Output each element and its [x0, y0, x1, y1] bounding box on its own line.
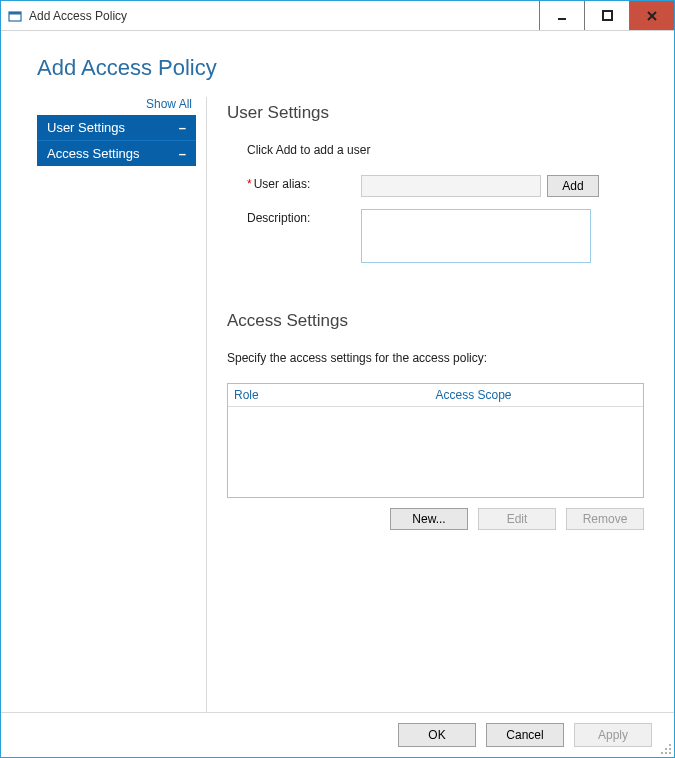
show-all-link[interactable]: Show All — [37, 97, 196, 115]
svg-point-7 — [665, 748, 667, 750]
sidebar-item-label: User Settings — [47, 120, 125, 135]
column-role[interactable]: Role — [234, 388, 436, 402]
access-table-buttons: New... Edit Remove — [227, 508, 644, 530]
table-header: Role Access Scope — [228, 384, 643, 407]
table-body[interactable] — [228, 407, 643, 497]
sidebar: Show All User Settings – Access Settings… — [37, 97, 207, 712]
main-panel: User Settings Click Add to add a user *U… — [207, 97, 674, 712]
svg-rect-3 — [603, 11, 612, 20]
apply-button[interactable]: Apply — [574, 723, 652, 747]
collapse-icon: – — [179, 120, 186, 135]
ok-button[interactable]: OK — [398, 723, 476, 747]
access-settings-table[interactable]: Role Access Scope — [227, 383, 644, 498]
description-input[interactable] — [361, 209, 591, 263]
page-title: Add Access Policy — [1, 31, 674, 97]
window-title: Add Access Policy — [29, 9, 539, 23]
app-icon — [7, 8, 23, 24]
user-alias-input[interactable] — [361, 175, 541, 197]
svg-point-8 — [669, 748, 671, 750]
sidebar-item-access-settings[interactable]: Access Settings – — [37, 141, 196, 166]
dialog-footer: OK Cancel Apply — [1, 712, 674, 757]
maximize-button[interactable] — [584, 1, 629, 30]
svg-point-11 — [669, 752, 671, 754]
svg-rect-1 — [9, 12, 21, 15]
resize-grip-icon[interactable] — [658, 741, 672, 755]
close-button[interactable] — [629, 1, 674, 30]
access-settings-title: Access Settings — [227, 311, 644, 331]
user-alias-label: *User alias: — [247, 175, 361, 191]
column-access-scope[interactable]: Access Scope — [436, 388, 638, 402]
remove-button[interactable]: Remove — [566, 508, 644, 530]
new-button[interactable]: New... — [390, 508, 468, 530]
minimize-button[interactable] — [539, 1, 584, 30]
svg-point-10 — [665, 752, 667, 754]
add-user-button[interactable]: Add — [547, 175, 599, 197]
svg-point-9 — [661, 752, 663, 754]
edit-button[interactable]: Edit — [478, 508, 556, 530]
cancel-button[interactable]: Cancel — [486, 723, 564, 747]
content-area: Add Access Policy Show All User Settings… — [1, 31, 674, 757]
sidebar-item-user-settings[interactable]: User Settings – — [37, 115, 196, 141]
user-settings-instruction: Click Add to add a user — [247, 143, 644, 157]
window-controls — [539, 1, 674, 30]
minimize-icon — [556, 10, 568, 22]
description-label: Description: — [247, 209, 361, 225]
collapse-icon: – — [179, 146, 186, 161]
maximize-icon — [602, 10, 613, 21]
required-indicator: * — [247, 177, 252, 191]
svg-point-6 — [669, 744, 671, 746]
user-alias-row: *User alias: Add — [247, 175, 644, 197]
user-settings-title: User Settings — [227, 103, 644, 123]
close-icon — [646, 10, 658, 22]
dialog-window: Add Access Policy Add Access Policy Show… — [0, 0, 675, 758]
titlebar: Add Access Policy — [1, 1, 674, 31]
access-settings-instruction: Specify the access settings for the acce… — [227, 351, 644, 365]
sidebar-item-label: Access Settings — [47, 146, 140, 161]
description-row: Description: — [247, 209, 644, 263]
body-row: Show All User Settings – Access Settings… — [1, 97, 674, 712]
